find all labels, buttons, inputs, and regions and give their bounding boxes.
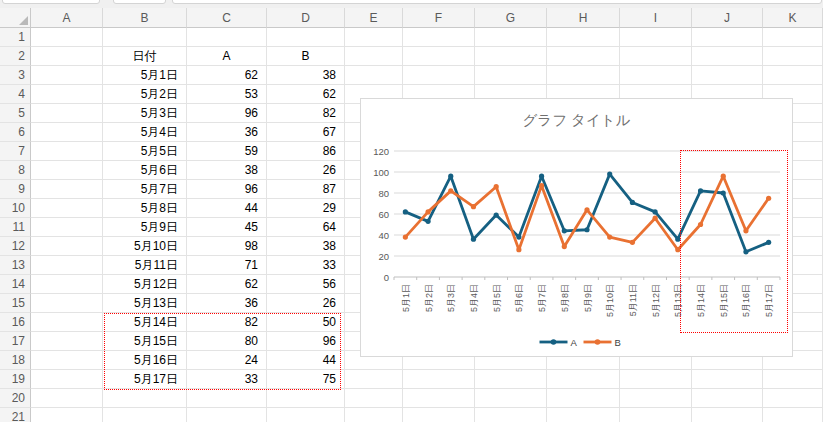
cell-K19[interactable]	[763, 370, 823, 389]
cell-G21[interactable]	[475, 408, 547, 422]
cell-B18[interactable]: 5月16日	[103, 351, 187, 370]
cell-G20[interactable]	[475, 389, 547, 408]
cell-I19[interactable]	[620, 370, 692, 389]
cell-A7[interactable]	[31, 142, 103, 161]
cell-D14[interactable]: 56	[267, 275, 345, 294]
cell-B15[interactable]: 5月13日	[103, 294, 187, 313]
cell-B7[interactable]: 5月5日	[103, 142, 187, 161]
cell-H2[interactable]	[547, 47, 620, 66]
cell-D12[interactable]: 38	[267, 237, 345, 256]
cell-E2[interactable]	[345, 47, 403, 66]
row-header-14[interactable]: 14	[0, 275, 31, 294]
cell-C10[interactable]: 44	[187, 199, 267, 218]
cell-A4[interactable]	[31, 85, 103, 104]
column-header-b[interactable]: B	[103, 8, 187, 28]
cell-E19[interactable]	[345, 370, 403, 389]
cell-C3[interactable]: 62	[187, 66, 267, 85]
cell-F19[interactable]	[403, 370, 475, 389]
cell-B4[interactable]: 5月2日	[103, 85, 187, 104]
cell-F2[interactable]	[403, 47, 475, 66]
cell-B2[interactable]: 日付	[103, 47, 187, 66]
cell-D13[interactable]: 33	[267, 256, 345, 275]
cell-B5[interactable]: 5月3日	[103, 104, 187, 123]
cell-J3[interactable]	[692, 66, 763, 85]
cell-G1[interactable]	[475, 28, 547, 47]
cell-C20[interactable]	[187, 389, 267, 408]
cell-C16[interactable]: 82	[187, 313, 267, 332]
cell-D2[interactable]: B	[267, 47, 345, 66]
cell-C18[interactable]: 24	[187, 351, 267, 370]
cell-I3[interactable]	[620, 66, 692, 85]
cell-B19[interactable]: 5月17日	[103, 370, 187, 389]
cell-D6[interactable]: 67	[267, 123, 345, 142]
cell-C1[interactable]	[187, 28, 267, 47]
row-header-11[interactable]: 11	[0, 218, 31, 237]
cell-D11[interactable]: 64	[267, 218, 345, 237]
cell-A12[interactable]	[31, 237, 103, 256]
column-header-d[interactable]: D	[267, 8, 345, 28]
cell-B14[interactable]: 5月12日	[103, 275, 187, 294]
cell-C14[interactable]: 62	[187, 275, 267, 294]
cell-E3[interactable]	[345, 66, 403, 85]
cell-C12[interactable]: 98	[187, 237, 267, 256]
cell-E21[interactable]	[345, 408, 403, 422]
cell-D15[interactable]: 26	[267, 294, 345, 313]
cell-D7[interactable]: 86	[267, 142, 345, 161]
cell-B11[interactable]: 5月9日	[103, 218, 187, 237]
row-header-10[interactable]: 10	[0, 199, 31, 218]
row-header-18[interactable]: 18	[0, 351, 31, 370]
cell-D4[interactable]: 62	[267, 85, 345, 104]
cell-J2[interactable]	[692, 47, 763, 66]
cell-K1[interactable]	[763, 28, 823, 47]
cell-I21[interactable]	[620, 408, 692, 422]
cell-B17[interactable]: 5月15日	[103, 332, 187, 351]
chart[interactable]: グラフ タイトル0204060801001205月1日5月2日5月3日5月4日5…	[360, 98, 793, 357]
row-header-16[interactable]: 16	[0, 313, 31, 332]
cell-H1[interactable]	[547, 28, 620, 47]
cell-D21[interactable]	[267, 408, 345, 422]
row-header-7[interactable]: 7	[0, 142, 31, 161]
cell-C8[interactable]: 38	[187, 161, 267, 180]
cell-D5[interactable]: 82	[267, 104, 345, 123]
column-header-a[interactable]: A	[31, 8, 103, 28]
cell-C15[interactable]: 36	[187, 294, 267, 313]
cell-C2[interactable]: A	[187, 47, 267, 66]
cell-D16[interactable]: 50	[267, 313, 345, 332]
cell-J21[interactable]	[692, 408, 763, 422]
cell-A3[interactable]	[31, 66, 103, 85]
cell-K20[interactable]	[763, 389, 823, 408]
cell-K21[interactable]	[763, 408, 823, 422]
cell-B9[interactable]: 5月7日	[103, 180, 187, 199]
cell-A18[interactable]	[31, 351, 103, 370]
cell-G2[interactable]	[475, 47, 547, 66]
cell-C7[interactable]: 59	[187, 142, 267, 161]
cell-B6[interactable]: 5月4日	[103, 123, 187, 142]
cell-J1[interactable]	[692, 28, 763, 47]
row-header-13[interactable]: 13	[0, 256, 31, 275]
cell-G3[interactable]	[475, 66, 547, 85]
column-header-f[interactable]: F	[403, 8, 475, 28]
row-header-5[interactable]: 5	[0, 104, 31, 123]
column-header-e[interactable]: E	[345, 8, 403, 28]
cell-A11[interactable]	[31, 218, 103, 237]
row-header-1[interactable]: 1	[0, 28, 31, 47]
row-header-15[interactable]: 15	[0, 294, 31, 313]
cell-D1[interactable]	[267, 28, 345, 47]
cell-F20[interactable]	[403, 389, 475, 408]
cell-A20[interactable]	[31, 389, 103, 408]
cell-G19[interactable]	[475, 370, 547, 389]
row-header-8[interactable]: 8	[0, 161, 31, 180]
cell-D19[interactable]: 75	[267, 370, 345, 389]
cell-A19[interactable]	[31, 370, 103, 389]
cell-A14[interactable]	[31, 275, 103, 294]
row-header-21[interactable]: 21	[0, 408, 31, 422]
cell-I2[interactable]	[620, 47, 692, 66]
cell-D8[interactable]: 26	[267, 161, 345, 180]
cell-C4[interactable]: 53	[187, 85, 267, 104]
cell-C6[interactable]: 36	[187, 123, 267, 142]
cell-C17[interactable]: 80	[187, 332, 267, 351]
cell-H21[interactable]	[547, 408, 620, 422]
cell-D18[interactable]: 44	[267, 351, 345, 370]
cell-E20[interactable]	[345, 389, 403, 408]
row-header-20[interactable]: 20	[0, 389, 31, 408]
